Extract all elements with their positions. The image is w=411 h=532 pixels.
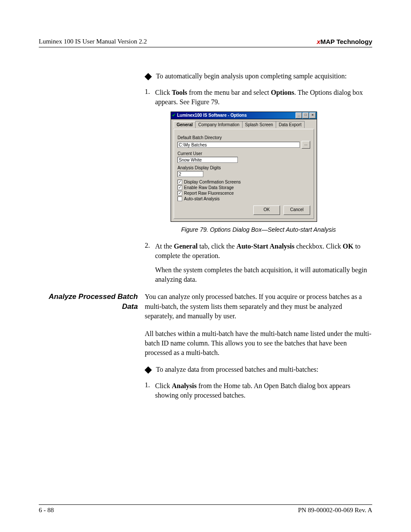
- page-header: Luminex 100 IS User Manual Version 2.2 x…: [39, 38, 372, 47]
- dialog-tabs: General Company Information Splash Scree…: [174, 121, 314, 128]
- checkbox-enable-raw-data[interactable]: ✓: [177, 185, 182, 190]
- label-analysis-display-digits: Analysis Display Digits: [177, 165, 310, 170]
- minimize-button[interactable]: _: [296, 112, 302, 118]
- options-dialog: ✔ Luminex100 IS Software - Options _ □ ×…: [171, 112, 317, 222]
- section-paragraph-2: All batches within a multi-batch have th…: [145, 329, 372, 358]
- checkbox-label: Display Confirmation Screens: [184, 180, 241, 184]
- tab-data-export[interactable]: Data Export: [276, 121, 305, 128]
- page-footer: 6 - 88 PN 89-00002-00-069 Rev. A: [39, 504, 372, 514]
- step-1: 1. Click Tools from the menu bar and sel…: [145, 88, 372, 107]
- section-heading: Analyze Processed Batch Data: [39, 292, 138, 312]
- section-bullet-text: To analyze data from processed batches a…: [156, 366, 318, 373]
- section-bullet: To analyze data from processed batches a…: [145, 366, 372, 373]
- tab-splash-screen[interactable]: Splash Screen: [242, 121, 276, 128]
- diamond-icon: [145, 366, 152, 373]
- cancel-button[interactable]: Cancel: [283, 205, 310, 215]
- step-1-number: 1.: [145, 88, 155, 107]
- intro-bullet-text: To automatically begin analysis upon com…: [156, 72, 347, 80]
- checkbox-row-enable-raw-data[interactable]: ✓ Enable Raw Data Storage: [177, 185, 310, 190]
- figure-caption: Figure 79. Options Dialog Box—Select Aut…: [145, 226, 372, 233]
- section-paragraph-1: You can analyze only processed batches. …: [145, 292, 372, 321]
- intro-bullet: To automatically begin analysis upon com…: [145, 72, 372, 80]
- maximize-button[interactable]: □: [302, 112, 309, 118]
- diamond-icon: [145, 73, 152, 81]
- browse-button[interactable]: ...: [302, 141, 310, 149]
- tab-general[interactable]: General: [174, 121, 196, 128]
- close-button[interactable]: ×: [309, 112, 316, 118]
- default-batch-directory-input[interactable]: C:\My Batches: [177, 142, 300, 148]
- checkbox-report-raw-fluorescence[interactable]: ✓: [177, 191, 182, 196]
- header-right: xMAP Technology: [317, 38, 372, 45]
- checkbox-row-display-confirmation[interactable]: ✓ Display Confirmation Screens: [177, 180, 310, 184]
- section-step-1-number: 1.: [145, 381, 155, 401]
- checkbox-auto-start-analysis[interactable]: [177, 196, 182, 201]
- analysis-display-digits-input[interactable]: 2: [177, 171, 203, 177]
- footer-part-number: PN 89-00002-00-069 Rev. A: [298, 507, 372, 514]
- ok-button[interactable]: OK: [253, 205, 280, 215]
- checkbox-display-confirmation[interactable]: ✓: [177, 180, 182, 184]
- brand-x: x: [317, 38, 320, 45]
- label-current-user: Current User: [177, 151, 310, 156]
- label-default-batch-directory: Default Batch Directory: [177, 135, 310, 140]
- step-2: 2. At the General tab, click the Auto-St…: [145, 242, 372, 261]
- app-check-icon: ✔: [172, 113, 176, 118]
- checkbox-label: Auto-start Analysis: [184, 196, 220, 201]
- section-step-1: 1. Click Analysis from the Home tab. An …: [145, 381, 372, 401]
- checkbox-label: Enable Raw Data Storage: [184, 185, 234, 190]
- dialog-titlebar: ✔ Luminex100 IS Software - Options _ □ ×: [171, 112, 317, 119]
- step-2-note: When the system completes the batch acqu…: [155, 265, 372, 285]
- tab-company-information[interactable]: Company Information: [195, 121, 243, 128]
- footer-page-number: 6 - 88: [39, 507, 54, 514]
- checkbox-label: Report Raw Fluorescence: [184, 191, 234, 196]
- current-user-input[interactable]: Snow White: [177, 157, 238, 163]
- brand-rest: MAP Technology: [321, 38, 372, 45]
- checkbox-row-auto-start-analysis[interactable]: Auto-start Analysis: [177, 196, 310, 201]
- dialog-title: Luminex100 IS Software - Options: [177, 113, 296, 118]
- tab-panel-general: Default Batch Directory C:\My Batches ..…: [174, 129, 314, 219]
- checkbox-row-report-raw-fluorescence[interactable]: ✓ Report Raw Fluorescence: [177, 191, 310, 196]
- header-left: Luminex 100 IS User Manual Version 2.2: [39, 38, 147, 45]
- step-2-number: 2.: [145, 242, 155, 261]
